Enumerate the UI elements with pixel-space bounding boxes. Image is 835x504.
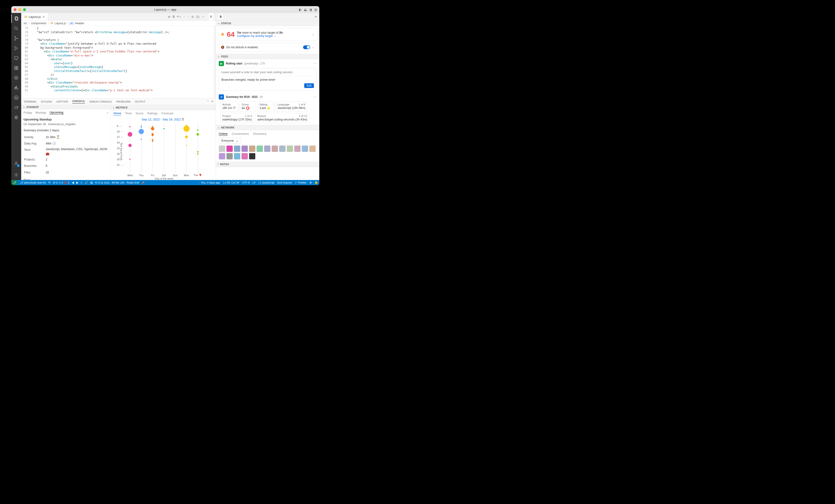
- expand-icon[interactable]: ⌄: [312, 46, 314, 49]
- user-avatar[interactable]: [309, 145, 316, 152]
- metric-tab[interactable]: Time: [125, 111, 131, 116]
- network-header[interactable]: ⌄NETWORK: [216, 125, 319, 130]
- crumb[interactable]: components: [31, 22, 46, 25]
- settings-gear-icon[interactable]: [11, 171, 21, 179]
- source-control-icon[interactable]: [11, 34, 21, 43]
- date-range[interactable]: Sep 12, 2022 - Sep 18, 2022 🗓: [111, 117, 216, 122]
- search-icon[interactable]: [11, 24, 21, 33]
- crumb[interactable]: Layout.js: [55, 22, 66, 25]
- git-branch[interactable]: ⎇ admc/bulk-note-fix: [20, 181, 46, 184]
- user-avatar[interactable]: [287, 145, 293, 152]
- breadcrumb[interactable]: src› components› JS Layout.js› [⊕] Heade…: [21, 21, 216, 26]
- crumb[interactable]: src: [23, 22, 27, 25]
- metric-tab[interactable]: Week: [114, 111, 121, 116]
- user-avatar[interactable]: [226, 145, 233, 152]
- user-avatar[interactable]: [257, 145, 263, 152]
- summary-card[interactable]: Rating3.6/5 ⭐: [257, 101, 274, 111]
- feed-more-icon[interactable]: ⋯: [314, 62, 317, 65]
- scope-selector[interactable]: Everyone⌄: [219, 138, 241, 144]
- dnd-toggle[interactable]: [303, 45, 310, 49]
- metrics-header[interactable]: ⌄METRICS: [111, 105, 216, 110]
- user-avatar[interactable]: [219, 145, 225, 152]
- summary-card[interactable]: Activity18h 1m ⏱: [220, 101, 238, 111]
- summary-card[interactable]: Project1 of 3stateful/app (17h 33m): [220, 113, 254, 123]
- notes-header[interactable]: ›NOTES: [216, 162, 319, 167]
- crumb[interactable]: Header: [75, 22, 84, 25]
- configure-target-link[interactable]: Configure my activity target →: [237, 34, 276, 38]
- close-sidebar-icon[interactable]: ✕: [314, 15, 317, 18]
- panel-tab[interactable]: STATEFUL: [72, 100, 85, 104]
- code-content[interactable]: } "kw">if (statusError) "kw">return <Err…: [30, 26, 216, 98]
- maximize-window-button[interactable]: [23, 8, 26, 11]
- gitlens-icon[interactable]: [11, 74, 21, 82]
- panel-tab[interactable]: DEBUG CONSOLE: [89, 100, 112, 103]
- user-avatar[interactable]: [302, 145, 308, 152]
- debug-stack-icon[interactable]: ≡: [81, 181, 82, 184]
- panel-chevron-up-icon[interactable]: ⌃: [207, 100, 209, 103]
- user-avatar[interactable]: [226, 153, 233, 160]
- target-icon[interactable]: ◎: [191, 15, 194, 18]
- metric-tab[interactable]: Ratings: [147, 111, 158, 116]
- more-icon[interactable]: ⋯: [202, 15, 205, 18]
- encoding[interactable]: UTF-8: [242, 181, 250, 184]
- git-commit-icon[interactable]: ↶○: [177, 15, 181, 18]
- feed-header[interactable]: ⌄FEED: [216, 54, 319, 59]
- now-playing[interactable]: K-Ci & JoJo - All My Life - Radio Edit: [95, 181, 139, 184]
- bell-icon[interactable]: 🔔: [314, 181, 318, 184]
- compare-icon[interactable]: ⇄: [168, 15, 170, 18]
- spotify-icon[interactable]: [11, 93, 21, 102]
- panel-close-icon[interactable]: ✕: [211, 100, 213, 103]
- stateful-panel-icon[interactable]: S: [208, 13, 213, 20]
- explorer-icon[interactable]: [11, 14, 21, 23]
- account-icon[interactable]: 1: [11, 159, 21, 168]
- stateful-s-icon[interactable]: S: [172, 15, 175, 18]
- panel-tab[interactable]: PROBLEMS: [116, 100, 130, 103]
- panel-right-icon[interactable]: ◨: [308, 8, 312, 11]
- eol[interactable]: LF: [252, 181, 256, 184]
- user-avatar[interactable]: [219, 153, 225, 160]
- remote-explorer-icon[interactable]: [11, 54, 21, 62]
- network-tab[interactable]: Connections: [232, 132, 249, 136]
- nav-fwd-icon[interactable]: ○: [187, 15, 189, 18]
- nav-back-icon[interactable]: ○: [183, 15, 185, 18]
- user-avatar[interactable]: [241, 145, 248, 152]
- panel-tab[interactable]: TERMINAL: [23, 100, 37, 103]
- language-mode[interactable]: { } JavaScript: [259, 181, 274, 184]
- turtle-icon[interactable]: [11, 103, 21, 112]
- sort-imports[interactable]: Sort Imports: [277, 181, 292, 184]
- metric-tab[interactable]: Forecast: [161, 111, 173, 116]
- compass-icon[interactable]: [11, 113, 21, 122]
- panel-left-icon[interactable]: ◧: [298, 8, 302, 11]
- metric-tab[interactable]: Score: [136, 111, 143, 116]
- network-tab[interactable]: Online: [219, 132, 228, 136]
- summary-card[interactable]: Language1 of 6JavaScript (15h 56m): [275, 101, 307, 111]
- user-avatar[interactable]: [234, 153, 240, 160]
- standup-prev-icon[interactable]: ‹: [107, 111, 108, 114]
- standup-tab[interactable]: Monday: [35, 111, 46, 114]
- summary-card[interactable]: Score94 ⭕: [240, 101, 256, 111]
- remote-indicator[interactable]: ⎇: [11, 180, 17, 185]
- rocket-icon[interactable]: 🚀: [142, 181, 145, 184]
- summary-card[interactable]: Branch1 of 12admc/target-coding-seconds …: [255, 113, 309, 123]
- standup-tab[interactable]: Friday: [23, 111, 32, 114]
- prettier[interactable]: ✓ Prettier: [295, 181, 307, 184]
- standup-header[interactable]: ⌄STANDUP: [21, 105, 110, 109]
- book-icon[interactable]: ▤: [90, 181, 93, 184]
- feed-more-icon[interactable]: ⋯: [314, 95, 317, 99]
- panel-tab[interactable]: GITLENS: [41, 100, 52, 103]
- calendar-icon[interactable]: 🗓: [182, 118, 185, 121]
- feedback-icon[interactable]: ⊕: [309, 181, 312, 184]
- panel-tab[interactable]: JUPYTER: [56, 100, 68, 103]
- minimize-window-button[interactable]: [18, 8, 21, 11]
- network-tab[interactable]: Discovery: [253, 132, 267, 136]
- user-avatar[interactable]: [279, 145, 286, 152]
- close-tab-icon[interactable]: ✕: [42, 15, 45, 19]
- volume-icon[interactable]: 🔊: [84, 181, 88, 184]
- user-avatar[interactable]: [241, 153, 248, 160]
- split-editor-icon[interactable]: ▯▯: [196, 15, 200, 18]
- cursor-pos[interactable]: Ln 99, Col 34: [223, 181, 239, 184]
- git-blame[interactable]: 👤 You, 4 days ago: [197, 181, 220, 184]
- user-avatar[interactable]: [294, 145, 301, 152]
- minimap[interactable]: [214, 26, 216, 98]
- user-avatar[interactable]: [234, 145, 240, 152]
